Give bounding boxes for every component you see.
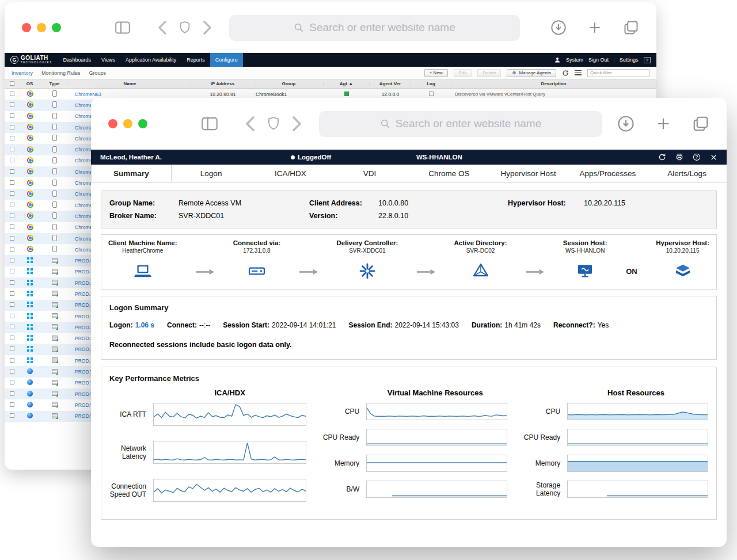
minimize-button[interactable] [37, 23, 46, 32]
flow-stage-client-machine-name: Client Machine Name:HeatherChrome [108, 239, 177, 281]
log-checkbox[interactable] [429, 92, 434, 96]
row-checkbox[interactable] [10, 191, 14, 196]
column-header-agt[interactable]: Agt ▲ [324, 81, 370, 86]
sidebar-toggle-icon[interactable] [114, 20, 131, 35]
row-checkbox[interactable] [10, 413, 14, 418]
privacy-shield-icon[interactable] [267, 116, 280, 132]
row-checkbox[interactable] [10, 113, 14, 118]
back-icon[interactable] [158, 20, 167, 35]
settings-link[interactable]: Settings [620, 57, 639, 63]
user-icon[interactable] [554, 56, 561, 63]
nav-dashboards[interactable]: Dashboards [58, 53, 97, 67]
row-checkbox[interactable] [10, 169, 14, 174]
delete-button[interactable]: Delete [477, 69, 501, 77]
new-button[interactable]: + New [424, 69, 448, 77]
column-header-type[interactable]: Type [40, 81, 69, 86]
nav-reports[interactable]: Reports [181, 53, 210, 67]
nav-configure[interactable]: Configure [210, 53, 243, 67]
row-checkbox[interactable] [10, 358, 14, 363]
row-checkbox[interactable] [10, 291, 14, 296]
quick-filter-input[interactable]: Quick filter [587, 69, 649, 77]
row-checkbox[interactable] [10, 369, 14, 374]
column-header-log[interactable]: Log [411, 81, 451, 86]
tablet-type-icon [52, 124, 57, 130]
system-menu[interactable]: System [566, 57, 583, 63]
row-checkbox[interactable] [10, 280, 14, 285]
row-checkbox[interactable] [10, 247, 14, 252]
downloads-icon[interactable] [550, 20, 567, 36]
row-checkbox[interactable] [10, 214, 14, 218]
tab-chrome-os[interactable]: Chrome OS [409, 165, 489, 182]
flow-stage-connected-via: Connected via:172.31.0.8 [233, 239, 280, 281]
nav-views[interactable]: Views [96, 53, 120, 67]
column-header-ip-address[interactable]: IP Address [191, 81, 254, 86]
manage-agents-button[interactable]: ⊕ Manage Agents [507, 69, 556, 77]
row-checkbox[interactable] [10, 203, 14, 207]
back-icon[interactable] [245, 116, 255, 132]
forward-icon[interactable] [292, 116, 302, 132]
row-checkbox[interactable] [10, 92, 14, 96]
row-checkbox[interactable] [10, 258, 14, 262]
row-checkbox[interactable] [10, 269, 14, 273]
tab-hypervisor-host[interactable]: Hypervisor Host [489, 165, 568, 182]
tablet-type-icon [52, 191, 57, 197]
column-header-group[interactable]: Group [254, 81, 324, 86]
row-checkbox[interactable] [10, 346, 14, 351]
new-tab-icon[interactable] [587, 20, 602, 35]
sign-out-link[interactable]: Sign Out [588, 57, 609, 63]
column-header-name[interactable]: Name [69, 81, 191, 86]
tab-logon[interactable]: Logon [172, 165, 251, 182]
row-checkbox[interactable] [10, 180, 14, 185]
chrome-os-icon [27, 201, 33, 208]
tab-ica-hdx[interactable]: ICA/HDX [251, 165, 330, 182]
row-checkbox[interactable] [10, 125, 14, 129]
refresh-icon[interactable] [658, 153, 666, 161]
new-tab-icon[interactable] [655, 116, 671, 132]
menu-icon[interactable] [575, 70, 582, 75]
tab-overview-icon[interactable] [623, 20, 639, 36]
select-all-checkbox[interactable] [10, 81, 14, 86]
row-checkbox[interactable] [10, 402, 14, 407]
row-checkbox[interactable] [10, 158, 14, 162]
minimize-button[interactable] [123, 119, 132, 128]
subtab-groups[interactable]: Groups [89, 70, 107, 76]
close-button[interactable] [108, 119, 117, 128]
close-button[interactable] [22, 23, 31, 32]
row-checkbox[interactable] [10, 147, 14, 151]
tab-overview-icon[interactable] [692, 115, 709, 132]
tab-vdi[interactable]: VDI [330, 165, 409, 182]
column-header-os[interactable]: OS [20, 81, 40, 86]
help-button[interactable]: ? [644, 57, 651, 63]
zoom-button[interactable] [138, 119, 147, 128]
row-checkbox[interactable] [10, 336, 14, 340]
row-checkbox[interactable] [10, 236, 14, 241]
zoom-button[interactable] [52, 23, 61, 32]
column-header-description[interactable]: Description [451, 81, 656, 86]
subtab-inventory[interactable]: Inventory [12, 70, 33, 76]
close-icon[interactable] [710, 154, 717, 161]
row-checkbox[interactable] [10, 391, 14, 396]
row-checkbox[interactable] [10, 302, 14, 307]
sidebar-toggle-icon[interactable] [200, 116, 219, 132]
help-icon[interactable] [693, 153, 701, 161]
print-icon[interactable] [675, 153, 683, 161]
tab-alerts-logs[interactable]: Alerts/Logs [647, 165, 727, 182]
tab-summary[interactable]: Summary [91, 165, 172, 182]
row-checkbox[interactable] [10, 102, 14, 107]
row-checkbox[interactable] [10, 380, 14, 384]
tab-apps-processes[interactable]: Apps/Processes [568, 165, 648, 182]
row-checkbox[interactable] [10, 325, 14, 329]
search-input[interactable]: Search or enter website name [229, 15, 520, 41]
column-header-agent-ver[interactable]: Agent Ver [370, 81, 411, 86]
row-checkbox[interactable] [10, 314, 14, 318]
search-input[interactable]: Search or enter website name [319, 111, 602, 137]
refresh-icon[interactable] [562, 70, 569, 77]
nav-application-availability[interactable]: Application Availability [120, 53, 181, 67]
forward-icon[interactable] [203, 20, 212, 35]
privacy-shield-icon[interactable] [178, 20, 191, 35]
row-checkbox[interactable] [10, 224, 14, 229]
downloads-icon[interactable] [617, 115, 635, 132]
subtab-monitoring-rules[interactable]: Monitoring Rules [41, 70, 81, 76]
row-checkbox[interactable] [10, 136, 14, 140]
edit-button[interactable]: Edit [454, 69, 472, 77]
